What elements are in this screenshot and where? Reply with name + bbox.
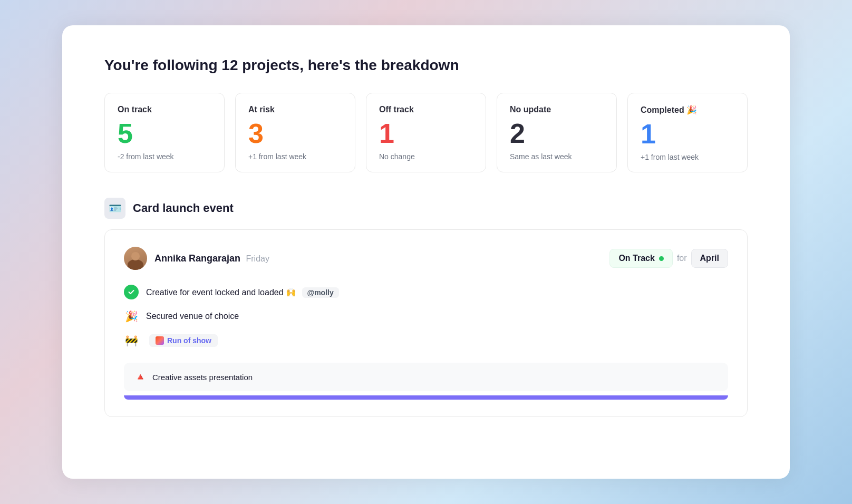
stat-sub-no-update: Same as last week: [510, 152, 604, 161]
stat-label-no-update: No update: [510, 105, 604, 114]
on-track-badge[interactable]: On Track: [609, 249, 672, 268]
google-drive-icon: 🔺: [134, 371, 146, 383]
party-emoji-icon: 🎉: [124, 309, 139, 324]
status-badge-row: On Track for April: [609, 249, 728, 268]
figma-icon: [156, 336, 164, 345]
section-title: Card launch event: [133, 201, 234, 215]
update-header: Annika Rangarajan Friday On Track for Ap…: [124, 247, 728, 270]
stat-card-completed[interactable]: Completed 🎉 1 +1 from last week: [627, 93, 748, 172]
stat-label-at-risk: At risk: [248, 105, 342, 114]
construction-emoji-icon: 🚧: [124, 333, 139, 348]
check-icon: [124, 285, 139, 299]
stat-number-on-track: 5: [118, 120, 211, 147]
stat-sub-on-track: -2 from last week: [118, 152, 211, 161]
section-icon: 🪪: [104, 198, 125, 219]
update-items: Creative for event locked and loaded 🙌 @…: [124, 285, 728, 348]
month-badge[interactable]: April: [691, 249, 728, 268]
stat-sub-completed: +1 from last week: [641, 153, 734, 161]
main-card: You're following 12 projects, here's the…: [62, 25, 790, 479]
asset-card[interactable]: 🔺 Creative assets presentation: [124, 363, 728, 391]
update-card: Annika Rangarajan Friday On Track for Ap…: [104, 229, 748, 417]
list-item: 🚧 Run of show: [124, 333, 728, 348]
stat-label-off-track: Off track: [379, 105, 473, 114]
item-text-1: Creative for event locked and loaded 🙌 @…: [146, 287, 339, 297]
stat-sub-at-risk: +1 from last week: [248, 152, 342, 161]
item-text-3: Run of show: [146, 334, 218, 347]
author-info: Annika Rangarajan Friday: [154, 253, 269, 264]
update-author-row: Annika Rangarajan Friday: [124, 247, 269, 270]
stat-card-on-track[interactable]: On track 5 -2 from last week: [104, 93, 225, 172]
author-name: Annika Rangarajan: [154, 253, 240, 264]
stat-number-off-track: 1: [379, 120, 473, 147]
stat-label-completed: Completed 🎉: [641, 105, 734, 115]
on-track-label: On Track: [618, 254, 654, 263]
stat-number-no-update: 2: [510, 120, 604, 147]
avatar: [124, 247, 147, 270]
stat-number-completed: 1: [641, 120, 734, 148]
author-day: Friday: [246, 254, 269, 263]
stats-row: On track 5 -2 from last week At risk 3 +…: [104, 93, 748, 172]
stat-number-at-risk: 3: [248, 120, 342, 147]
stat-sub-off-track: No change: [379, 152, 473, 161]
stat-card-no-update[interactable]: No update 2 Same as last week: [497, 93, 617, 172]
stat-card-at-risk[interactable]: At risk 3 +1 from last week: [235, 93, 355, 172]
stat-label-on-track: On track: [118, 105, 211, 114]
stat-card-off-track[interactable]: Off track 1 No change: [366, 93, 486, 172]
asset-text: Creative assets presentation: [152, 373, 253, 382]
item-text-2: Secured venue of choice: [146, 312, 239, 321]
run-of-show-link[interactable]: Run of show: [149, 334, 218, 347]
mention-tag[interactable]: @molly: [302, 287, 339, 298]
green-dot-icon: [659, 256, 664, 261]
progress-bar: [124, 395, 728, 400]
section-header: 🪪 Card launch event: [104, 198, 748, 219]
list-item: 🎉 Secured venue of choice: [124, 309, 728, 324]
page-title: You're following 12 projects, here's the…: [104, 57, 748, 74]
for-text: for: [677, 254, 687, 263]
list-item: Creative for event locked and loaded 🙌 @…: [124, 285, 728, 299]
